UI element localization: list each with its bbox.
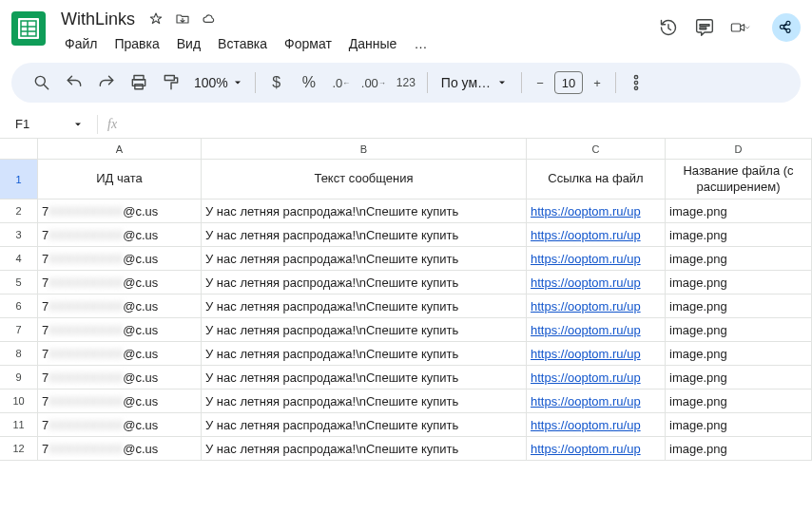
comments-icon[interactable] — [694, 17, 715, 38]
cell-message[interactable]: У нас летняя распродажа!\nСпешите купить — [202, 271, 527, 294]
table-row[interactable]: 7XXXXXXXXX@c.usУ нас летняя распродажа!\… — [38, 223, 812, 247]
cell-chat-id[interactable]: 7XXXXXXXXX@c.us — [38, 247, 202, 271]
table-row[interactable]: 7XXXXXXXXX@c.usУ нас летняя распродажа!\… — [38, 366, 812, 390]
cell-chat-id[interactable]: 7XXXXXXXXX@c.us — [38, 294, 202, 318]
row-header[interactable]: 6 — [0, 294, 38, 318]
table-row[interactable]: 7XXXXXXXXX@c.usУ нас летняя распродажа!\… — [38, 318, 812, 342]
cell-message[interactable]: У нас летняя распродажа!\nСпешите купить — [202, 342, 527, 366]
cell-message[interactable]: У нас летняя распродажа!\nСпешите купить — [202, 366, 527, 390]
cell-chat-id[interactable]: 7XXXXXXXXX@c.us — [38, 390, 202, 413]
row-header[interactable]: 12 — [0, 437, 38, 461]
spreadsheet-grid[interactable]: 1 23456789101112 ABCD ИД чата Текст сооб… — [0, 139, 812, 461]
cell-message[interactable]: У нас летняя распродажа!\nСпешите купить — [202, 200, 527, 223]
table-row[interactable]: 7XXXXXXXXX@c.usУ нас летняя распродажа!\… — [38, 390, 812, 413]
cell-link[interactable]: https://ooptom.ru/up — [527, 437, 666, 461]
cell-link[interactable]: https://ooptom.ru/up — [527, 390, 666, 413]
zoom-select[interactable]: 100% — [188, 75, 249, 90]
cell-link[interactable]: https://ooptom.ru/up — [527, 342, 666, 366]
cell-link[interactable]: https://ooptom.ru/up — [527, 200, 666, 223]
header-cell[interactable]: ИД чата — [38, 160, 202, 200]
table-row[interactable]: 7XXXXXXXXX@c.usУ нас летняя распродажа!\… — [38, 247, 812, 271]
menu-item[interactable]: Данные — [341, 32, 405, 55]
cell-chat-id[interactable]: 7XXXXXXXXX@c.us — [38, 342, 202, 366]
undo-icon[interactable] — [59, 68, 89, 97]
toolbar-more-icon[interactable] — [622, 68, 650, 97]
video-icon[interactable] — [730, 17, 751, 38]
fontsize-decrease-button[interactable]: − — [528, 68, 552, 97]
row-header[interactable]: 8 — [0, 342, 38, 366]
menu-item[interactable]: … — [406, 32, 435, 55]
font-select[interactable]: По ум… — [434, 75, 515, 90]
fontsize-increase-button[interactable]: + — [585, 68, 609, 97]
cell-chat-id[interactable]: 7XXXXXXXXX@c.us — [38, 271, 202, 294]
menu-item[interactable]: Файл — [57, 32, 105, 55]
cell-message[interactable]: У нас летняя распродажа!\nСпешите купить — [202, 437, 527, 461]
cloud-icon[interactable] — [202, 10, 219, 28]
cell-message[interactable]: У нас летняя распродажа!\nСпешите купить — [202, 413, 527, 437]
cell-filename[interactable]: image.png — [666, 200, 812, 223]
column-header[interactable]: B — [202, 139, 527, 160]
cell-filename[interactable]: image.png — [666, 437, 812, 461]
doc-title[interactable]: WithLinks — [57, 10, 139, 29]
cell-link[interactable]: https://ooptom.ru/up — [527, 223, 666, 247]
cell-message[interactable]: У нас летняя распродажа!\nСпешите купить — [202, 390, 527, 413]
cell-link[interactable]: https://ooptom.ru/up — [527, 247, 666, 271]
cell-message[interactable]: У нас летняя распродажа!\nСпешите купить — [202, 247, 527, 271]
table-row[interactable]: 7XXXXXXXXX@c.usУ нас летняя распродажа!\… — [38, 413, 812, 437]
table-header-row[interactable]: ИД чата Текст сообщения Ссылка на файл Н… — [38, 160, 812, 200]
row-header[interactable]: 10 — [0, 390, 38, 413]
share-button[interactable] — [772, 13, 801, 42]
cell-filename[interactable]: image.png — [666, 413, 812, 437]
cell-filename[interactable]: image.png — [666, 366, 812, 390]
column-header[interactable]: D — [666, 139, 812, 160]
cell-link[interactable]: https://ooptom.ru/up — [527, 413, 666, 437]
print-icon[interactable] — [124, 68, 154, 97]
row-header[interactable]: 4 — [0, 247, 38, 271]
fontsize-input[interactable]: 10 — [554, 71, 583, 94]
cell-filename[interactable]: image.png — [666, 271, 812, 294]
cell-filename[interactable]: image.png — [666, 318, 812, 342]
row-header[interactable]: 5 — [0, 271, 38, 294]
cell-chat-id[interactable]: 7XXXXXXXXX@c.us — [38, 366, 202, 390]
row-header[interactable]: 9 — [0, 366, 38, 390]
increase-decimal-icon[interactable]: .00→ — [358, 68, 389, 97]
header-cell[interactable]: Текст сообщения — [202, 160, 527, 200]
decrease-decimal-icon[interactable]: .0← — [326, 68, 357, 97]
cell-link[interactable]: https://ooptom.ru/up — [527, 294, 666, 318]
select-all-corner[interactable] — [0, 139, 38, 160]
sheets-logo[interactable] — [11, 11, 46, 46]
table-row[interactable]: 7XXXXXXXXX@c.usУ нас летняя распродажа!\… — [38, 342, 812, 366]
row-header[interactable]: 11 — [0, 413, 38, 437]
cell-chat-id[interactable]: 7XXXXXXXXX@c.us — [38, 223, 202, 247]
number-format-icon[interactable]: 123 — [391, 68, 421, 97]
menu-item[interactable]: Вставка — [210, 32, 275, 55]
cell-filename[interactable]: image.png — [666, 390, 812, 413]
search-icon[interactable] — [27, 68, 57, 97]
move-icon[interactable] — [175, 10, 192, 28]
cell-filename[interactable]: image.png — [666, 342, 812, 366]
column-header[interactable]: A — [38, 139, 202, 160]
header-cell[interactable]: Название файла (с расширением) — [666, 160, 812, 200]
table-row[interactable]: 7XXXXXXXXX@c.usУ нас летняя распродажа!\… — [38, 437, 812, 461]
star-icon[interactable] — [148, 10, 165, 28]
menu-item[interactable]: Правка — [106, 32, 166, 55]
column-header[interactable]: C — [527, 139, 666, 160]
name-box[interactable]: F1 — [8, 117, 91, 131]
cell-chat-id[interactable]: 7XXXXXXXXX@c.us — [38, 200, 202, 223]
currency-icon[interactable]: $ — [261, 68, 292, 97]
cell-message[interactable]: У нас летняя распродажа!\nСпешите купить — [202, 318, 527, 342]
table-row[interactable]: 7XXXXXXXXX@c.usУ нас летняя распродажа!\… — [38, 294, 812, 318]
percent-icon[interactable]: % — [294, 68, 324, 97]
row-header[interactable]: 1 — [0, 160, 38, 200]
menu-item[interactable]: Формат — [277, 32, 339, 55]
history-icon[interactable] — [658, 17, 679, 38]
table-row[interactable]: 7XXXXXXXXX@c.usУ нас летняя распродажа!\… — [38, 200, 812, 223]
cell-filename[interactable]: image.png — [666, 294, 812, 318]
table-row[interactable]: 7XXXXXXXXX@c.usУ нас летняя распродажа!\… — [38, 271, 812, 294]
redo-icon[interactable] — [91, 68, 122, 97]
row-header[interactable]: 3 — [0, 223, 38, 247]
cell-filename[interactable]: image.png — [666, 247, 812, 271]
cell-message[interactable]: У нас летняя распродажа!\nСпешите купить — [202, 294, 527, 318]
header-cell[interactable]: Ссылка на файл — [527, 160, 666, 200]
cell-link[interactable]: https://ooptom.ru/up — [527, 318, 666, 342]
